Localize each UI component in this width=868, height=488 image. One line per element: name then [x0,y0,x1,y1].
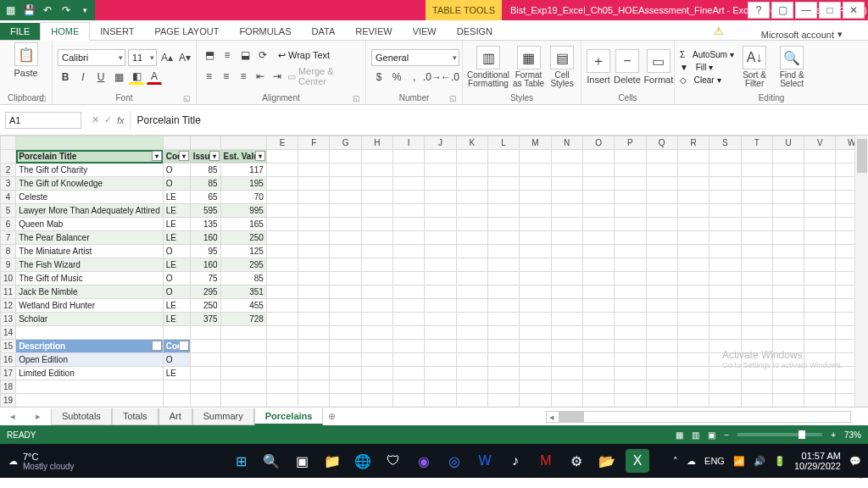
chrome-icon[interactable]: 🌐 [351,449,375,473]
table-cell[interactable]: LE [163,204,190,218]
undo-icon[interactable]: ↶ [41,3,54,17]
filter-dropdown-icon[interactable]: ▾ [152,151,162,161]
increase-indent-icon[interactable]: ⇥ [270,69,285,84]
decrease-font-icon[interactable]: A▾ [177,50,192,65]
search-icon[interactable]: 🔍 [259,449,283,473]
tab-data[interactable]: DATA [302,23,346,40]
bold-button[interactable]: B [58,69,73,85]
view-normal-icon[interactable]: ▦ [676,430,683,440]
enter-formula-icon[interactable]: ✓ [104,114,112,125]
table-header[interactable]: Est. Value▾ [220,150,266,164]
zoom-slider[interactable] [737,433,822,436]
tab-scroll-last-icon[interactable]: ▸ [36,411,41,422]
table-cell[interactable]: 351 [220,286,266,299]
taskbar-clock[interactable]: 01:57 AM 10/29/2022 [794,451,841,471]
tab-scroll-first-icon[interactable]: ◂ [10,411,15,422]
format-as-table-button[interactable]: ▦Format as Table [512,46,545,88]
settings-icon[interactable]: ⚙ [565,449,588,473]
fill-button[interactable]: ▼ Fill ▾ [680,63,734,72]
table-cell[interactable]: Wetland Bird Hunter [16,299,164,313]
sheet-tab-summary[interactable]: Summary [192,408,254,425]
table-header[interactable]: Porcelain Title▾ [16,150,164,164]
onedrive-icon[interactable]: ☁ [687,456,696,467]
filter-dropdown-icon[interactable]: ▾ [179,151,189,161]
border-button[interactable]: ▦ [111,69,126,85]
table-cell[interactable]: Limited Edition [16,367,164,380]
tab-formulas[interactable]: FORMULAS [229,23,301,40]
view-page-layout-icon[interactable]: ▥ [692,430,699,440]
sheet-tab-art[interactable]: Art [159,408,192,425]
sheet-tab-porcelains[interactable]: Porcelains [254,408,324,425]
autosum-button[interactable]: Σ AutoSum ▾ [680,50,734,59]
align-bottom-icon[interactable]: ⬓ [237,47,253,63]
table-cell[interactable]: 65 [190,191,220,204]
name-box[interactable]: A1 [5,112,81,129]
font-size-combo[interactable]: 11 [128,49,157,66]
align-left-icon[interactable]: ≡ [202,69,216,84]
sheet-tab-subtotals[interactable]: Subtotals [51,408,112,425]
table-cell[interactable]: The Fish Wizard [16,258,164,272]
cancel-formula-icon[interactable]: ✕ [92,114,99,125]
wifi-icon[interactable]: 📶 [733,456,745,467]
language-indicator[interactable]: ENG [704,456,725,466]
cell-styles-button[interactable]: ▤Cell Styles [548,46,576,88]
align-right-icon[interactable]: ≡ [236,69,250,84]
table-cell[interactable]: 995 [220,204,266,218]
table-cell[interactable]: The Pear Balancer [16,231,164,245]
align-top-icon[interactable]: ⬒ [202,47,217,63]
table-cell[interactable]: LE [163,218,190,231]
viber-icon[interactable]: ◉ [412,449,436,473]
table-cell[interactable]: 250 [190,299,220,313]
increase-decimal-icon[interactable]: .0→ [425,69,440,85]
table-cell[interactable]: 295 [220,258,266,272]
start-icon[interactable]: ⊞ [229,449,253,473]
table-cell[interactable]: Celeste [16,191,164,204]
table-header[interactable]: Issue▾ [190,150,220,164]
tab-file[interactable]: FILE [0,23,40,40]
italic-button[interactable]: I [75,69,91,85]
table-cell[interactable]: 135 [190,218,220,231]
accounting-format-icon[interactable]: $ [371,69,387,85]
decrease-indent-icon[interactable]: ⇤ [253,69,268,84]
redo-icon[interactable]: ↷ [59,3,73,17]
align-center-icon[interactable]: ≡ [219,69,233,84]
horizontal-scrollbar[interactable]: ◂ [546,411,851,423]
explorer-icon[interactable]: 📁 [320,449,344,473]
table-header[interactable]: Code▾ [163,150,190,164]
align-middle-icon[interactable]: ≡ [220,47,235,63]
table-cell[interactable]: LE [163,299,190,313]
new-sheet-button[interactable]: ⊕ [323,411,340,422]
task-view-icon[interactable]: ▣ [290,449,314,473]
clipboard-dialog-icon[interactable]: ◱ [39,94,47,103]
table-cell[interactable]: 165 [220,218,266,231]
battery-icon[interactable]: 🔋 [774,456,786,467]
excel-taskbar-icon[interactable]: X [626,449,649,473]
table-cell[interactable]: Queen Mab [16,218,164,231]
conditional-formatting-button[interactable]: ▥Conditional Formatting [468,46,509,88]
table-cell[interactable]: 728 [220,313,266,326]
table-cell[interactable]: O [163,286,190,299]
tray-chevron-icon[interactable]: ˄ [673,456,678,467]
orientation-icon[interactable]: ⟳ [255,47,270,63]
table-cell[interactable]: 160 [190,231,220,245]
view-page-break-icon[interactable]: ▣ [708,430,715,440]
table-cell[interactable]: Scholar [16,313,164,326]
table-cell[interactable]: 455 [220,299,266,313]
table-cell[interactable]: O [163,177,190,191]
table-cell[interactable]: The Gift of Music [16,272,164,286]
insert-cells-button[interactable]: ＋Insert [587,49,610,85]
filter-dropdown-icon[interactable]: ▾ [255,151,265,161]
alignment-dialog-icon[interactable]: ◱ [353,94,360,103]
underline-button[interactable]: U [93,69,108,85]
tab-view[interactable]: VIEW [403,23,447,40]
tab-insert[interactable]: INSERT [90,23,144,40]
table-cell[interactable]: The Gift of Charity [16,164,164,177]
minimize-icon[interactable]: — [795,2,817,19]
table-cell[interactable]: 295 [190,286,220,299]
fx-icon[interactable]: fx [117,115,130,125]
tiktok-icon[interactable]: ♪ [504,449,527,473]
qat-more-icon[interactable]: ▾ [78,3,92,17]
table-cell[interactable]: 85 [190,164,220,177]
close-icon[interactable]: ✕ [843,2,865,19]
table-cell[interactable]: LE [163,231,190,245]
